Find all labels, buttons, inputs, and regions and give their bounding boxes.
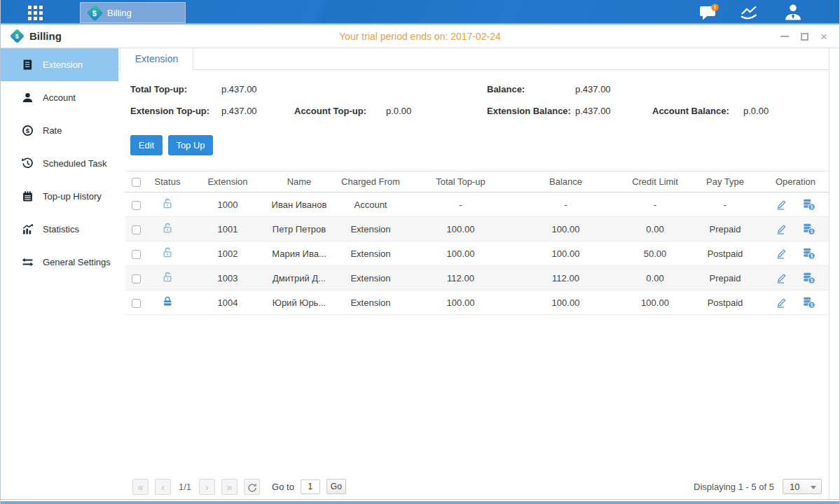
cell-status — [146, 290, 188, 315]
cell-extension: 1000 — [188, 192, 267, 217]
sidebar-item-label: Statistics — [43, 224, 79, 234]
table-row[interactable]: 1001 Петр Петров Extension 100.00 100.00… — [125, 217, 831, 241]
sidebar-item-account[interactable]: Account — [1, 81, 118, 114]
lock-open-icon — [162, 271, 174, 283]
trial-period-message: Your trial period ends on: 2017-02-24 — [1, 31, 839, 42]
statistics-topbar-icon[interactable] — [740, 4, 762, 24]
lock-open-icon — [162, 222, 174, 234]
account-balance-value: p.0.00 — [743, 106, 769, 116]
cell-status — [146, 241, 188, 266]
close-icon[interactable]: × — [818, 31, 829, 42]
topup-coins-icon[interactable]: $ — [802, 296, 815, 309]
sidebar-item-label: Scheduled Task — [43, 158, 107, 169]
tab-strip: Extension — [118, 48, 829, 70]
lock-open-icon — [162, 246, 174, 258]
col-name: Name — [267, 172, 331, 192]
cell-total-topup: 100.00 — [410, 217, 511, 241]
window-bottom-edge — [1, 501, 839, 504]
extension-balance-value: p.437.00 — [575, 106, 611, 116]
top-up-button[interactable]: Top Up — [168, 135, 213, 155]
col-total-topup: Total Top-up — [410, 172, 511, 192]
sidebar-item-statistics[interactable]: Statistics — [1, 213, 118, 246]
sidebar-item-rate[interactable]: $ Rate — [1, 114, 118, 147]
last-page-icon[interactable]: » — [221, 479, 237, 495]
messages-icon[interactable]: ! — [699, 4, 722, 24]
table-row[interactable]: 1000 Иван Иванов Account - - - - $ — [125, 192, 831, 217]
edit-pencil-icon[interactable] — [776, 198, 788, 211]
select-all-checkbox[interactable] — [132, 178, 141, 187]
refresh-icon[interactable] — [244, 479, 260, 495]
svg-text:$: $ — [810, 253, 813, 259]
cell-name: Юрий Юрь... — [267, 290, 331, 315]
statistics-icon — [22, 223, 34, 235]
balance-label: Balance: — [487, 84, 525, 94]
account-balance-label: Account Balance: — [652, 106, 729, 116]
minimize-icon[interactable] — [779, 31, 790, 42]
sidebar-item-label: General Settings — [43, 257, 111, 267]
cell-operation: $ — [760, 266, 831, 290]
next-page-icon[interactable]: › — [199, 479, 215, 495]
pagination: « ‹ 1/1 › » Go to Go — [132, 477, 346, 496]
edit-pencil-icon[interactable] — [776, 247, 788, 260]
topup-coins-icon[interactable]: $ — [802, 198, 815, 211]
page-indicator: 1/1 — [179, 482, 191, 492]
total-topup-label: Total Top-up: — [130, 84, 187, 94]
cell-name: Мария Ива... — [267, 241, 331, 266]
user-icon[interactable] — [783, 4, 803, 24]
cell-total-topup: 100.00 — [410, 241, 511, 266]
cell-name: Дмитрий Д... — [267, 266, 331, 290]
topbar: $ Billing ! — [1, 0, 839, 24]
billing-diamond-icon: $ — [86, 4, 103, 21]
cell-extension: 1004 — [188, 290, 267, 315]
displaying-info: Displaying 1 - 5 of 5 — [694, 482, 774, 492]
scheduled-task-icon — [22, 158, 34, 169]
page-size-value: 10 — [790, 482, 799, 492]
sidebar-item-topup-history[interactable]: Top-up History — [1, 180, 118, 213]
topup-coins-icon[interactable]: $ — [802, 247, 815, 260]
topup-coins-icon[interactable]: $ — [802, 272, 815, 284]
first-page-icon[interactable]: « — [132, 479, 149, 495]
row-checkbox[interactable] — [132, 274, 141, 284]
svg-text:$: $ — [810, 204, 813, 210]
row-checkbox[interactable] — [132, 201, 141, 210]
cell-total-topup: 100.00 — [410, 290, 511, 315]
row-checkbox[interactable] — [132, 225, 141, 234]
cell-balance: 100.00 — [511, 241, 620, 266]
apps-grid-icon[interactable] — [28, 6, 43, 20]
general-settings-icon — [22, 256, 34, 268]
maximize-icon[interactable] — [799, 31, 810, 42]
sidebar-item-scheduled-task[interactable]: Scheduled Task — [1, 147, 118, 180]
table-row[interactable]: 1004 Юрий Юрь... Extension 100.00 100.00… — [125, 290, 831, 315]
tab-extension[interactable]: Extension — [120, 48, 193, 71]
go-button[interactable]: Go — [326, 479, 346, 494]
table-row[interactable]: 1002 Мария Ива... Extension 100.00 100.0… — [125, 241, 831, 266]
row-checkbox[interactable] — [132, 250, 141, 259]
edit-pencil-icon[interactable] — [776, 272, 788, 284]
col-balance: Balance — [511, 172, 620, 192]
col-charged-from: Charged From — [331, 172, 410, 192]
extension-icon — [22, 59, 34, 71]
sidebar-item-label: Top-up History — [43, 191, 102, 202]
col-status: Status — [146, 172, 188, 192]
goto-page-input[interactable] — [301, 479, 320, 494]
prev-page-icon[interactable]: ‹ — [155, 479, 171, 495]
sidebar-item-extension[interactable]: Extension — [1, 48, 118, 81]
topup-coins-icon[interactable]: $ — [802, 223, 815, 235]
page-size-dropdown[interactable]: 10 — [783, 479, 822, 494]
cell-extension: 1003 — [188, 266, 267, 290]
cell-operation: $ — [760, 192, 831, 217]
extension-topup-value: p.437.00 — [221, 106, 257, 116]
row-checkbox[interactable] — [132, 299, 141, 308]
cell-status — [146, 217, 188, 241]
cell-credit-limit: 100.00 — [620, 290, 690, 315]
table-row[interactable]: 1003 Дмитрий Д... Extension 112.00 112.0… — [125, 266, 831, 290]
edit-pencil-icon[interactable] — [776, 223, 788, 235]
svg-text:$: $ — [810, 278, 813, 284]
sidebar-item-general-settings[interactable]: General Settings — [1, 246, 118, 279]
cell-pay-type: - — [690, 192, 760, 217]
sidebar: Extension Account $ Rate Scheduled Task — [1, 48, 118, 499]
edit-button[interactable]: Edit — [130, 135, 163, 155]
billing-app-tab[interactable]: $ Billing — [80, 2, 186, 23]
edit-pencil-icon[interactable] — [776, 296, 788, 309]
cell-extension: 1001 — [188, 217, 267, 241]
